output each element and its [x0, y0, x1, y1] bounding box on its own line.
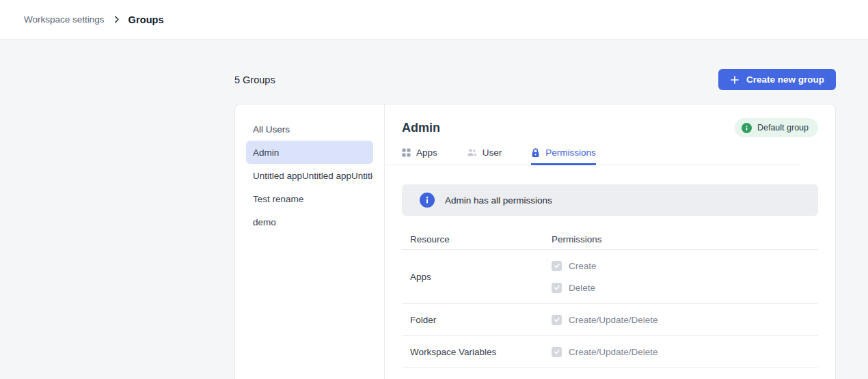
breadcrumb-workspace-settings[interactable]: Workspace settings [24, 14, 105, 25]
group-detail-panel: Admin Default group Apps [385, 104, 835, 379]
table-row: Workspace Variables Create/Update/Delete [402, 336, 818, 368]
info-icon [742, 123, 752, 133]
table-row: Folder Create/Update/Delete [402, 304, 818, 336]
plus-icon [730, 75, 740, 85]
grid-icon [402, 148, 411, 157]
tab-apps-label: Apps [416, 148, 437, 158]
users-icon [467, 148, 477, 157]
groups-toolbar: 5 Groups Create new group [234, 69, 836, 90]
permission-apps-create: Create [552, 259, 810, 272]
default-group-badge: Default group [735, 118, 818, 137]
resource-label-folder: Folder [410, 315, 552, 325]
column-header-permissions: Permissions [552, 234, 810, 244]
tab-permissions[interactable]: Permissions [531, 145, 596, 165]
create-new-group-button[interactable]: Create new group [718, 69, 836, 90]
group-tabs: Apps User Permissions [402, 145, 818, 165]
group-item-demo[interactable]: demo [246, 210, 373, 234]
permission-workspace-variables-cud: Create/Update/Delete [552, 345, 810, 359]
resource-label-workspace-variables: Workspace Variables [410, 347, 552, 357]
permission-folder-cud: Create/Update/Delete [552, 313, 810, 326]
permission-label: Create/Update/Delete [569, 315, 658, 325]
tab-user-label: User [483, 148, 502, 158]
chevron-right-icon [112, 15, 121, 24]
group-title: Admin [402, 121, 440, 135]
checkbox-checked-icon[interactable] [552, 315, 562, 325]
tab-apps[interactable]: Apps [402, 145, 437, 165]
tab-permissions-label: Permissions [545, 148, 596, 158]
breadcrumb-groups: Groups [128, 14, 164, 25]
default-group-badge-label: Default group [757, 123, 809, 132]
group-count-label: 5 Groups [234, 74, 275, 85]
header-bar: Workspace settings Groups [0, 0, 868, 40]
tab-user[interactable]: User [467, 145, 502, 165]
group-list: All Users Admin Untitled appUntitled app… [235, 104, 385, 379]
permission-apps-delete: Delete [552, 281, 810, 294]
group-item-admin[interactable]: Admin [246, 141, 373, 164]
create-new-group-label: Create new group [746, 74, 824, 85]
permission-label: Delete [569, 283, 595, 293]
group-item-test-rename[interactable]: Test rename [246, 187, 373, 210]
checkbox-checked-icon[interactable] [552, 347, 562, 357]
column-header-resource: Resource [410, 234, 552, 244]
permission-label: Create [569, 261, 597, 271]
permission-label: Create/Update/Delete [569, 347, 658, 357]
permissions-table: Resource Permissions Apps Create [402, 229, 818, 368]
checkbox-checked-icon[interactable] [552, 283, 562, 293]
group-item-all-users[interactable]: All Users [246, 117, 373, 141]
table-row: Apps Create Delete [402, 250, 818, 304]
checkbox-checked-icon[interactable] [552, 261, 562, 271]
banner-text: Admin has all permissions [445, 195, 552, 206]
lock-icon [531, 148, 540, 158]
groups-card: All Users Admin Untitled appUntitled app… [234, 104, 836, 379]
permissions-info-banner: Admin has all permissions [402, 184, 818, 216]
table-header-row: Resource Permissions [402, 229, 818, 250]
info-icon [420, 193, 435, 208]
resource-label-apps: Apps [410, 272, 552, 282]
group-item-untitled-app[interactable]: Untitled appUntitled appUntitle… [246, 164, 373, 187]
